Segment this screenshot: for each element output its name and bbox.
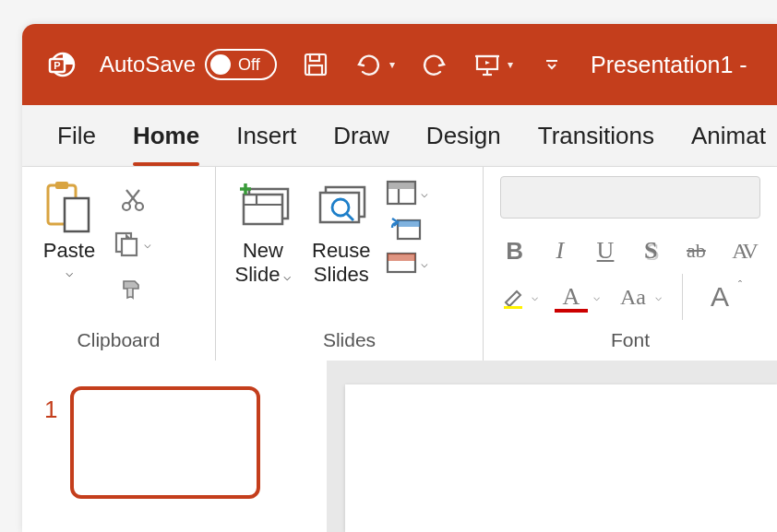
font-selector[interactable] [500, 176, 760, 219]
reuse-label-2: Slides [314, 263, 369, 287]
undo-split-button[interactable]: ▾ [354, 50, 395, 79]
chevron-down-icon: ⌵ [66, 265, 73, 280]
format-painter-button[interactable] [113, 266, 153, 307]
new-slide-icon [234, 178, 292, 235]
change-case-button[interactable]: Aa ⌵ [616, 285, 662, 310]
tab-animations[interactable]: Animat [673, 105, 777, 166]
tab-insert[interactable]: Insert [218, 105, 315, 166]
slide-canvas[interactable] [345, 384, 777, 532]
toggle-knob [210, 54, 231, 75]
qat-customize-icon[interactable] [537, 50, 567, 79]
clipboard-group-label: Clipboard [35, 325, 202, 357]
new-slide-button[interactable]: New Slide ⌵ [229, 174, 297, 291]
svg-rect-19 [122, 239, 137, 255]
new-slide-label-1: New [243, 239, 283, 263]
undo-icon[interactable] [354, 50, 384, 79]
reset-icon [390, 215, 422, 241]
chevron-down-icon[interactable]: ⌵ [283, 268, 291, 284]
chevron-down-icon[interactable]: ▾ [389, 58, 395, 71]
autosave-toggle[interactable]: Off [205, 49, 277, 80]
strikethrough-button[interactable]: ab [682, 239, 711, 263]
char-spacing-label: AV [727, 239, 760, 264]
tab-file[interactable]: File [39, 105, 114, 166]
svg-line-17 [126, 190, 137, 204]
svg-rect-4 [310, 54, 319, 61]
paste-button[interactable]: Paste ⌵ [35, 174, 103, 284]
layout-icon [386, 180, 417, 206]
cut-button[interactable] [113, 180, 153, 220]
titlebar: P AutoSave Off ▾ [22, 24, 777, 105]
font-color-label: A [555, 283, 588, 311]
svg-rect-12 [55, 182, 68, 189]
section-button[interactable]: ⌵ [386, 250, 428, 276]
underline-button[interactable]: U [591, 237, 619, 265]
clipboard-group: Paste ⌵ ⌵ Clipboard [22, 167, 216, 361]
highlight-button[interactable]: ⌵ [500, 284, 538, 310]
change-case-label: Aa [616, 285, 650, 310]
reuse-slides-button[interactable]: Reuse Slides [306, 174, 377, 291]
svg-rect-5 [309, 65, 322, 75]
chevron-down-icon[interactable]: ⌵ [421, 256, 428, 270]
ribbon-tabs: File Home Insert Draw Design Transitions… [22, 105, 777, 167]
chevron-down-icon[interactable]: ⌵ [655, 290, 662, 303]
paste-label: Paste [43, 239, 95, 263]
presentation-icon[interactable] [472, 50, 502, 79]
autosave-state: Off [238, 55, 260, 75]
chevron-down-icon[interactable]: ⌵ [144, 237, 151, 251]
svg-line-16 [128, 190, 139, 204]
quick-access-toolbar: ▾ ▾ [301, 50, 567, 79]
font-group: B I U S ab AV ⌵ A ⌵ Aa [484, 167, 777, 361]
ribbon: Paste ⌵ ⌵ Clipboard [22, 167, 777, 361]
slides-group-label: Slides [229, 325, 470, 357]
svg-rect-34 [398, 220, 420, 227]
slides-group: New Slide ⌵ Reuse Slides [216, 167, 484, 361]
slide-thumbnail-pane[interactable]: 1 [22, 361, 327, 532]
bold-button[interactable]: B [500, 237, 529, 266]
paste-icon [41, 178, 98, 235]
autosave-label: AutoSave [100, 52, 196, 77]
autosave-control[interactable]: AutoSave Off [100, 49, 277, 80]
char-spacing-button[interactable]: AV [727, 239, 760, 264]
text-shadow-button[interactable]: S [637, 237, 665, 265]
slide-thumbnail-1[interactable] [70, 386, 260, 499]
powerpoint-app-icon: P [46, 50, 76, 79]
save-icon[interactable] [301, 50, 330, 79]
font-color-button[interactable]: A ⌵ [555, 283, 600, 311]
svg-rect-21 [244, 195, 282, 224]
chevron-down-icon[interactable]: ⌵ [593, 290, 600, 303]
svg-rect-13 [65, 198, 89, 231]
divider [682, 274, 683, 320]
italic-button[interactable]: I [545, 237, 574, 265]
font-group-label: Font [500, 325, 760, 357]
tab-design[interactable]: Design [408, 105, 520, 166]
reuse-slides-icon [313, 178, 370, 235]
chevron-down-icon[interactable]: ⌵ [421, 186, 428, 200]
svg-text:P: P [54, 60, 60, 71]
grow-font-label: A [711, 281, 729, 313]
section-icon [386, 250, 417, 276]
tab-draw[interactable]: Draw [315, 105, 408, 166]
chevron-down-icon[interactable]: ▾ [508, 58, 513, 71]
svg-rect-36 [388, 254, 415, 261]
svg-rect-31 [388, 182, 415, 189]
copy-icon [113, 230, 140, 257]
paintbrush-icon [118, 272, 148, 301]
grow-font-button[interactable]: A ˆ [703, 281, 736, 313]
slide-editor [327, 361, 777, 532]
document-title[interactable]: Presentation1 - [591, 52, 755, 78]
scissors-icon [119, 186, 147, 214]
chevron-down-icon[interactable]: ⌵ [532, 290, 538, 303]
slide-number: 1 [44, 386, 57, 424]
highlighter-icon [500, 284, 526, 310]
reset-button[interactable] [386, 211, 426, 244]
powerpoint-window: P AutoSave Off ▾ [22, 24, 777, 532]
svg-rect-37 [504, 306, 522, 309]
content-area: 1 [22, 361, 777, 532]
layout-button[interactable]: ⌵ [386, 180, 428, 206]
tab-transitions[interactable]: Transitions [520, 105, 673, 166]
reuse-label-1: Reuse [312, 239, 371, 263]
redo-icon[interactable] [419, 50, 448, 79]
tab-home[interactable]: Home [114, 105, 218, 166]
present-split-button[interactable]: ▾ [472, 50, 513, 79]
copy-button[interactable]: ⌵ [113, 230, 153, 257]
